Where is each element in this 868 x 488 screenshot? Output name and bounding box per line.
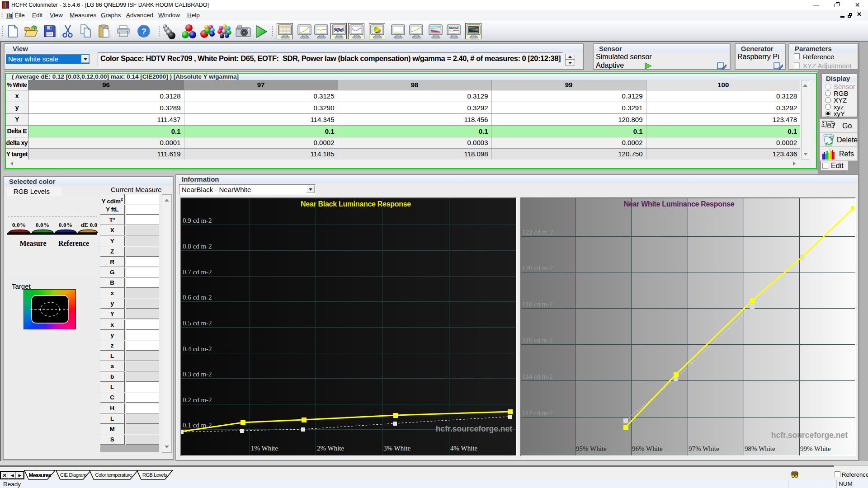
svg-text:0.0%: 0.0% [12,221,26,228]
svg-text:0.0%: 0.0% [36,221,49,228]
svg-text:?: ? [141,27,146,36]
svg-text:Reference: Reference [58,239,89,247]
svg-text:dE 0.0: dE 0.0 [81,221,98,228]
svg-text:CIE Diagram: CIE Diagram [60,472,86,478]
svg-text:Color temperature: Color temperature [95,472,132,478]
svg-text:Measures: Measures [29,472,52,479]
svg-text:0.0%: 0.0% [59,221,72,228]
svg-text:RGB Levels: RGB Levels [142,472,167,478]
svg-text:Measure: Measure [19,239,46,247]
